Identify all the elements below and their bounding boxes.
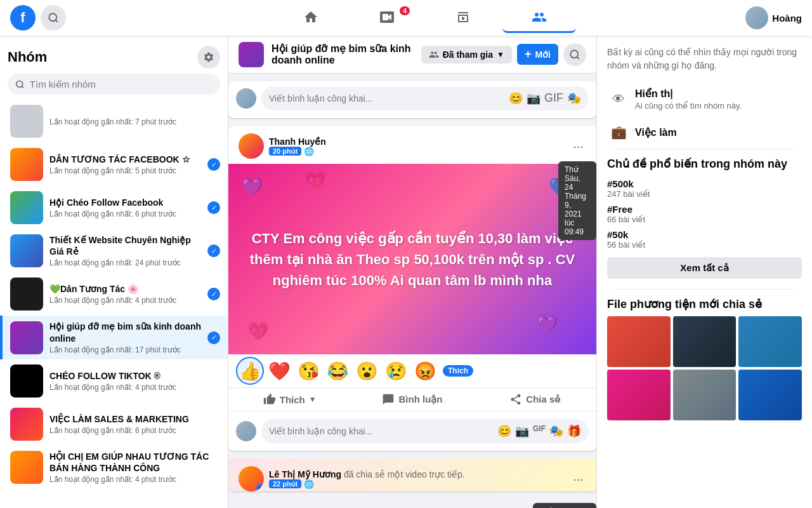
group-last-active: Lần hoạt động gần nhất: 4 phút trước (49, 475, 220, 484)
btn-see-all[interactable]: Xem tất cả (607, 257, 802, 279)
rs-file-thumb-5[interactable] (673, 370, 737, 420)
rs-file-thumb-3[interactable] (738, 316, 802, 367)
search-input[interactable] (30, 79, 213, 90)
nav-search-button[interactable] (41, 5, 66, 30)
share-button-1[interactable]: Chia sẻ (474, 388, 596, 411)
rs-topics-section: Chủ đề phổ biến trong nhóm này #500k247 … (607, 157, 802, 279)
comment-input-wrap-top[interactable]: 😊 📷 GIF 🎭 (261, 86, 589, 110)
comment-label-1: Bình luận (398, 394, 442, 405)
comment-button-1[interactable]: Bình luận (351, 388, 473, 411)
video-badge-2: ▶ (256, 484, 264, 491)
like-button-1[interactable]: Thích ▼ (228, 388, 351, 411)
reaction-angry[interactable]: 😡 (411, 357, 439, 385)
camera-icon-1[interactable]: 📷 (515, 424, 529, 438)
btn-new[interactable]: + Mới (517, 44, 558, 65)
group-info: Lần hoạt động gần nhất: 7 phút trước (49, 116, 220, 126)
group-thumb (10, 105, 43, 138)
extra-icon-1[interactable]: 🎁 (567, 424, 581, 438)
post-options-1[interactable]: ··· (570, 137, 586, 156)
sidebar-settings-button[interactable] (197, 46, 220, 69)
sidebar-group-item[interactable]: Thiết Kế Website Chuyên Nghiệp Giá Rẻ Lầ… (0, 229, 228, 272)
divider-2 (615, 289, 794, 290)
group-check-icon: ✓ (207, 158, 220, 171)
nav-tab-home[interactable] (274, 3, 348, 33)
group-search-button[interactable] (563, 43, 586, 66)
sidebar-group-item[interactable]: Hội giúp đỡ mẹ bim sữa kinh doanh online… (0, 316, 228, 359)
group-thumb (10, 364, 43, 398)
chevron-down-like[interactable]: ▼ (309, 395, 317, 404)
rs-file-thumb-6[interactable] (738, 370, 802, 420)
comment-field-top[interactable] (269, 93, 504, 104)
group-bar: Hội giúp đỡ mẹ bim sữa kinh doanh online… (228, 36, 596, 74)
comment-field-1[interactable] (269, 426, 492, 436)
sidebar-search[interactable] (8, 74, 220, 95)
comment-icon (382, 393, 395, 406)
sidebar-group-item[interactable]: Lần hoạt động gần nhất: 7 phút trước (0, 100, 228, 143)
post-action-text-2: đã chia sẻ một video trực tiếp. (344, 469, 465, 479)
right-sidebar: Bất kỳ ai cũng có thể nhìn thấy mọi ngườ… (596, 36, 812, 508)
heart-deco-2: 💗 (304, 170, 327, 191)
post-options-2[interactable]: ··· (570, 469, 586, 489)
main-layout: Nhóm Lần hoạt động gần nhất: 7 phút trướ… (0, 36, 812, 508)
post-header-2: ▶ Lê Thị Mỹ Hương đã chia sẻ một video t… (228, 458, 596, 491)
post-time-badge-2[interactable]: 22 phút (269, 479, 301, 488)
sidebar-groups: Lần hoạt động gần nhất: 7 phút trước DÂN… (0, 100, 228, 489)
rs-topic-tag[interactable]: #50k (607, 229, 802, 240)
emoji-icon[interactable]: 😊 (509, 91, 523, 105)
nav-left: f (10, 5, 175, 30)
heart-deco-3: 💙 (549, 177, 571, 197)
rs-topic-tag[interactable]: #Free (607, 204, 802, 215)
rs-file-thumb-2[interactable] (673, 316, 737, 367)
comment-input-wrap-1[interactable]: 😊 📷 GIF 🎭 🎁 (261, 419, 589, 443)
sidebar-group-item[interactable]: CHÉO FOLLOW TIKTOK ® Lần hoạt động gần n… (0, 359, 228, 403)
reaction-love[interactable]: ❤️ (265, 357, 293, 385)
post-tooltip-2: Thứ Sáu, 24 Tháng 9, 2021 lúc 09:48 (533, 503, 596, 508)
rs-topic-tag[interactable]: #500k (607, 178, 802, 189)
group-last-active: Lần hoạt động gần nhất: 17 phút trước (49, 345, 201, 354)
rs-topics-list: #500k247 bài viết#Free66 bài viết#50k56 … (607, 176, 802, 252)
post-time-badge-1[interactable]: 20 phút (269, 147, 301, 156)
group-name: VIỆC LÀM SALES & MARKETING (49, 413, 220, 425)
rs-file-thumb-4[interactable] (607, 370, 671, 420)
group-thumb (10, 191, 43, 224)
like-selected-label: Thích (443, 365, 473, 377)
svg-line-1 (55, 20, 57, 22)
sidebar-group-item[interactable]: VIỆC LÀM SALES & MARKETING Lần hoạt động… (0, 403, 228, 446)
group-name: DÂN TƯƠNG TÁC FACEBOOK ☆ (49, 154, 201, 165)
post-promo-text-1: CTY Em công việc gấp cần tuyển 10,30 làm… (244, 228, 581, 291)
gif-icon-1[interactable]: GIF (533, 424, 546, 438)
group-bar-name: Hội giúp đỡ mẹ bim sữa kinh doanh online (272, 43, 414, 66)
rs-topic-item: #500k247 bài viết (607, 176, 802, 201)
sidebar-group-item[interactable]: DÂN TƯƠNG TÁC FACEBOOK ☆ Lần hoạt động g… (0, 143, 228, 186)
rs-topics-title: Chủ đề phổ biến trong nhóm này (607, 157, 802, 171)
nav-user[interactable]: Hoàng (745, 6, 802, 29)
rs-file-thumb-1[interactable] (607, 316, 671, 367)
group-last-active: Lần hoạt động gần nhất: 24 phút trước (49, 258, 201, 267)
search-icon (15, 79, 25, 90)
reaction-care[interactable]: 😘 (294, 357, 322, 385)
reaction-like[interactable]: 👍 (236, 357, 264, 385)
sidebar-group-item[interactable]: Hội Chéo Follow Facebook Lần hoạt động g… (0, 186, 228, 229)
reaction-wow[interactable]: 😮 (353, 357, 381, 385)
reaction-haha[interactable]: 😂 (324, 357, 351, 385)
post-meta-2: Lê Thị Mỹ Hương đã chia sẻ một video trự… (269, 469, 565, 489)
nav-tab-groups[interactable] (502, 3, 576, 33)
nav-tab-video[interactable]: 4 (350, 3, 424, 33)
emoji-icon-1[interactable]: 😊 (497, 424, 511, 438)
reaction-sad[interactable]: 😢 (382, 357, 410, 385)
camera-icon[interactable]: 📷 (527, 91, 540, 105)
group-info: HỘI CHỊ EM GIÚP NHAU TƯƠNG TÁC BÁN HÀNG … (49, 451, 220, 484)
sidebar: Nhóm Lần hoạt động gần nhất: 7 phút trướ… (0, 36, 228, 508)
btn-joined[interactable]: Đã tham gia ▼ (421, 46, 512, 64)
group-thumb (10, 234, 43, 267)
gif-icon[interactable]: GIF (544, 91, 563, 105)
rs-files-title: File phương tiện mới chia sẻ (607, 297, 802, 311)
group-info: Hội giúp đỡ mẹ bim sữa kinh doanh online… (49, 321, 201, 354)
post-time-row-1: 20 phút 🌐 (269, 147, 565, 156)
sidebar-group-item[interactable]: 💚Dân Tương Tác 🌸 Lần hoạt động gần nhất:… (0, 272, 228, 316)
sticker-icon[interactable]: 🎭 (567, 91, 581, 105)
sidebar-group-item[interactable]: HỘI CHỊ EM GIÚP NHAU TƯƠNG TÁC BÁN HÀNG … (0, 446, 228, 489)
sticker-icon-1[interactable]: 🎭 (549, 424, 563, 438)
svg-point-2 (16, 81, 23, 87)
nav-tab-marketplace[interactable] (426, 3, 500, 33)
